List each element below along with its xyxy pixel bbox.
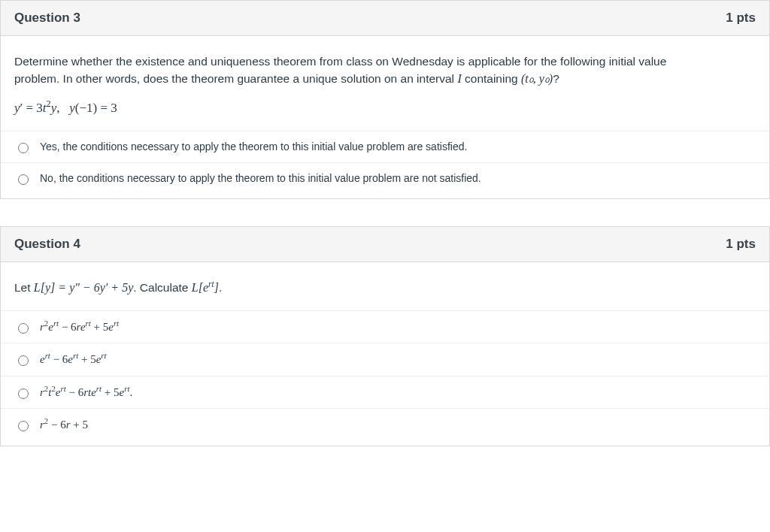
option-label: r2 − 6r + 5 — [40, 416, 88, 434]
question-header: Question 3 1 pts — [1, 1, 769, 36]
question-points: 1 pts — [726, 8, 756, 28]
option-label: r2t2ert − 6rtert + 5ert. — [40, 384, 132, 401]
prompt-line-2b: containing — [462, 72, 521, 85]
option-label: No, the conditions necessary to apply th… — [40, 171, 481, 186]
option-label: ert − 6ert + 5ert — [40, 351, 107, 368]
radio-2[interactable] — [18, 355, 29, 366]
prompt-math-2: L[ert] — [192, 281, 219, 294]
radio-no[interactable] — [18, 174, 29, 185]
equation: y′ = 3t2y, y(−1) = 3 — [14, 98, 756, 118]
question-body: Determine whether the existence and uniq… — [1, 36, 769, 125]
question-4: Question 4 1 pts Let L[y] = y″ − 6y′ + 5… — [0, 226, 770, 446]
option-1[interactable]: r2ert − 6rert + 5ert — [1, 310, 769, 343]
question-3: Question 3 1 pts Determine whether the e… — [0, 0, 770, 199]
option-2[interactable]: ert − 6ert + 5ert — [1, 343, 769, 376]
option-4[interactable]: r2 − 6r + 5 — [1, 408, 769, 441]
option-3[interactable]: r2t2ert − 6rtert + 5ert. — [1, 376, 769, 409]
question-body: Let L[y] = y″ − 6y′ + 5y. Calculate L[er… — [1, 262, 769, 304]
option-label: Yes, the conditions necessary to apply t… — [40, 139, 467, 155]
prompt-tuple: (t₀, y₀) — [521, 72, 553, 85]
options-list: r2ert − 6rert + 5ert ert − 6ert + 5ert r… — [1, 304, 769, 446]
radio-4[interactable] — [18, 421, 29, 431]
radio-1[interactable] — [18, 323, 29, 334]
option-yes[interactable]: Yes, the conditions necessary to apply t… — [1, 131, 769, 162]
options-list: Yes, the conditions necessary to apply t… — [1, 125, 769, 198]
prompt-suffix: . — [219, 281, 222, 294]
option-label: r2ert − 6rert + 5ert — [40, 319, 119, 336]
prompt-line-1: Determine whether the existence and uniq… — [14, 55, 666, 68]
prompt-text: Determine whether the existence and uniq… — [14, 53, 756, 88]
question-points: 1 pts — [726, 234, 756, 254]
option-no[interactable]: No, the conditions necessary to apply th… — [1, 162, 769, 194]
question-header: Question 4 1 pts — [1, 227, 769, 262]
radio-yes[interactable] — [18, 143, 29, 153]
question-title: Question 3 — [14, 8, 80, 28]
question-title: Question 4 — [14, 234, 80, 254]
prompt-math-1: L[y] = y″ − 6y′ + 5y — [34, 281, 133, 294]
prompt-prefix: Let — [14, 281, 34, 294]
prompt-line-2a: problem. In other words, does the theore… — [14, 72, 457, 85]
radio-3[interactable] — [18, 388, 29, 399]
prompt-line-2c: ? — [553, 72, 559, 85]
prompt-mid: . Calculate — [133, 281, 192, 294]
